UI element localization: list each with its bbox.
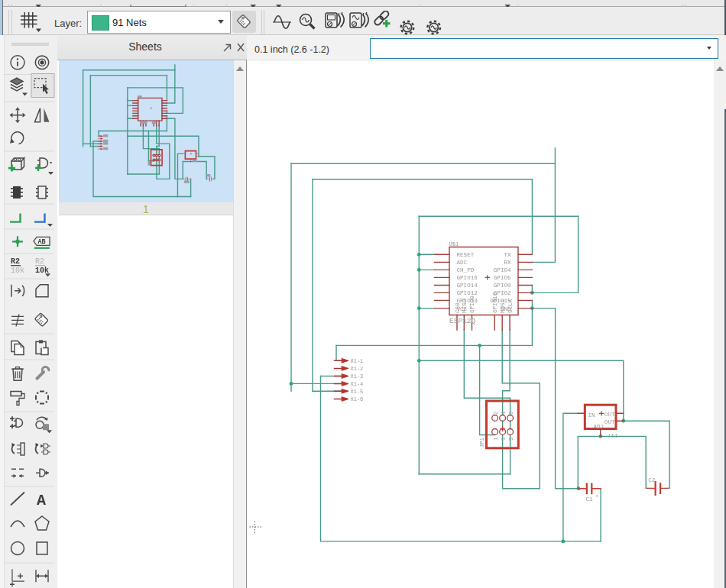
svg-text:AB: AB <box>38 238 46 246</box>
svg-text:R2: R2 <box>35 257 44 266</box>
svg-text:10k: 10k <box>11 267 24 275</box>
svg-text:A: A <box>37 492 46 509</box>
svg-text:R2: R2 <box>11 257 20 266</box>
